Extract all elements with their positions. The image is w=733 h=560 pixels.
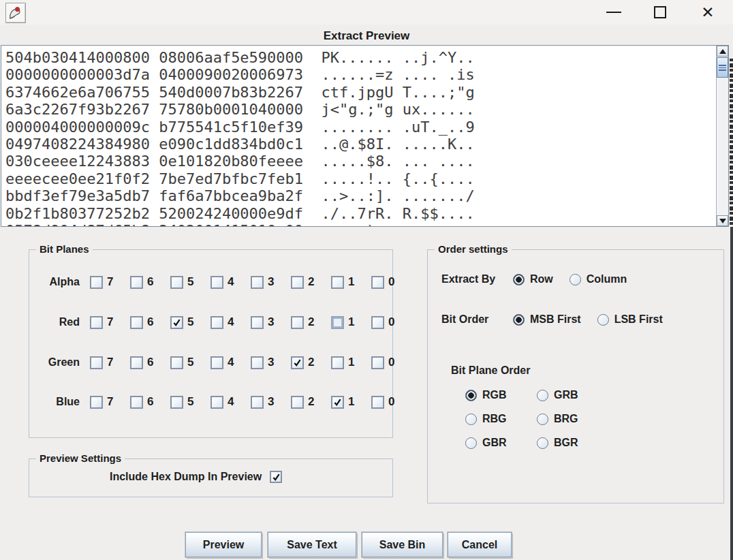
- checkbox-blue-4[interactable]: [210, 396, 223, 409]
- bit-cell: 7: [90, 275, 130, 289]
- bit-number-label: 6: [147, 275, 153, 289]
- bit-plane-order-radio[interactable]: [465, 437, 477, 449]
- bit-plane-order-option-rgb[interactable]: RGB: [465, 389, 537, 401]
- maximize-button[interactable]: [644, 0, 676, 25]
- checkbox-alpha-1[interactable]: [331, 276, 344, 289]
- hex-line: 0497408224384980 e090c1dd834bd0c1 ..@.$8…: [5, 136, 713, 153]
- checkbox-green-6[interactable]: [130, 356, 143, 369]
- save-text-button[interactable]: Save Text: [268, 532, 356, 557]
- checkbox-blue-5[interactable]: [170, 396, 183, 409]
- bit-plane-row-green: Green76543210: [42, 354, 411, 371]
- close-button[interactable]: ✕: [692, 0, 723, 25]
- bit-cell: 1: [331, 356, 371, 369]
- triangle-down-icon: [719, 219, 726, 223]
- include-hex-checkbox[interactable]: [270, 471, 282, 483]
- check-icon: [293, 358, 302, 367]
- bit-cell: 0: [371, 275, 411, 289]
- bit-plane-order-radio[interactable]: [537, 437, 548, 449]
- checkbox-blue-0[interactable]: [371, 396, 384, 409]
- hex-line: 6a3c2267f93b2267 75780b0001040000 j<"g.;…: [5, 101, 713, 118]
- checkbox-alpha-6[interactable]: [130, 276, 143, 289]
- bit-number-label: 0: [388, 356, 394, 369]
- checkbox-red-7[interactable]: [90, 316, 103, 329]
- checkbox-red-5[interactable]: [170, 316, 183, 329]
- bit-number-label: 5: [187, 315, 193, 329]
- preview-settings-title: Preview Settings: [36, 452, 125, 464]
- checkbox-green-0[interactable]: [371, 356, 384, 369]
- bit-plane-order-radio[interactable]: [465, 414, 477, 425]
- bit-cell: 1: [331, 395, 371, 409]
- bit-plane-order-option-rbg[interactable]: RBG: [465, 413, 537, 425]
- cancel-button[interactable]: Cancel: [448, 532, 512, 557]
- checkbox-alpha-4[interactable]: [210, 276, 223, 289]
- extract-by-option-row[interactable]: Row: [513, 273, 553, 285]
- checkbox-alpha-3[interactable]: [251, 276, 264, 289]
- vertical-scrollbar[interactable]: [716, 46, 728, 226]
- scroll-down-button[interactable]: [717, 215, 728, 226]
- checkbox-green-1[interactable]: [331, 356, 344, 369]
- bit-number-label: 3: [268, 356, 274, 369]
- checkbox-red-6[interactable]: [130, 316, 143, 329]
- bit-cell: 5: [170, 315, 210, 329]
- extract-by-radio[interactable]: [570, 274, 581, 285]
- checkbox-blue-2[interactable]: [291, 396, 304, 409]
- bit-plane-order-option-bgr[interactable]: BGR: [537, 437, 578, 449]
- bit-plane-order-radio[interactable]: [537, 390, 548, 401]
- bit-number-label: 2: [308, 395, 314, 409]
- include-hex-label: Include Hex Dump In Preview: [110, 471, 262, 483]
- checkbox-alpha-7[interactable]: [90, 276, 103, 289]
- bit-cell: 2: [291, 395, 331, 409]
- bit-number-label: 1: [348, 315, 354, 329]
- bit-cell: 7: [90, 315, 130, 329]
- hex-line: bbdf3ef79e3a5db7 faf6a7bbcea9ba2f ..>..:…: [5, 187, 713, 204]
- minimize-button[interactable]: [598, 0, 629, 25]
- checkbox-red-4[interactable]: [210, 316, 223, 329]
- checkbox-green-2[interactable]: [291, 356, 304, 369]
- bit-plane-order-radio[interactable]: [465, 390, 477, 401]
- bit-cell: 6: [130, 315, 170, 329]
- checkbox-blue-6[interactable]: [130, 396, 143, 409]
- preview-button[interactable]: Preview: [185, 532, 262, 557]
- hex-line: 6374662e6a706755 540d0007b83b2267 ctf.jp…: [5, 84, 713, 101]
- bit-plane-order-option-brg[interactable]: BRG: [537, 413, 578, 425]
- bit-cell: 0: [371, 356, 411, 369]
- scroll-up-button[interactable]: [717, 46, 728, 57]
- bit-plane-order-option-grb[interactable]: GRB: [537, 389, 578, 401]
- extract-by-row: Extract By RowColumn: [441, 273, 627, 285]
- checkbox-red-0[interactable]: [371, 316, 384, 329]
- bit-order-radio[interactable]: [513, 314, 525, 326]
- extract-by-option-column[interactable]: Column: [570, 273, 627, 285]
- checkbox-green-4[interactable]: [210, 356, 223, 369]
- checkbox-blue-1[interactable]: [331, 396, 344, 409]
- bit-order-option-lsb-first[interactable]: LSB First: [597, 313, 663, 326]
- bit-number-label: 6: [147, 395, 153, 409]
- checkbox-alpha-2[interactable]: [291, 276, 304, 289]
- checkbox-green-7[interactable]: [90, 356, 103, 369]
- checkbox-green-3[interactable]: [251, 356, 264, 369]
- bit-plane-order-radio[interactable]: [537, 414, 548, 425]
- checkbox-green-5[interactable]: [170, 356, 183, 369]
- scrollbar-thumb[interactable]: [717, 57, 728, 78]
- checkbox-blue-7[interactable]: [90, 396, 103, 409]
- save-bin-button[interactable]: Save Bin: [362, 532, 443, 557]
- bit-cell: 4: [210, 315, 251, 329]
- bit-order-option-msb-first[interactable]: MSB First: [513, 313, 581, 326]
- bit-number-label: 1: [348, 356, 354, 369]
- bit-number-label: 5: [187, 356, 193, 369]
- triangle-up-icon: [719, 49, 726, 54]
- bit-cell: 5: [170, 275, 210, 289]
- bit-order-label: Bit Order: [441, 313, 506, 326]
- hex-line: 0000000000003d7a 0400090020006973 ......…: [5, 66, 713, 83]
- extract-by-radio[interactable]: [513, 274, 525, 285]
- checkbox-red-2[interactable]: [291, 316, 304, 329]
- bit-plane-row-red: Red76543210: [42, 313, 411, 331]
- checkbox-alpha-0[interactable]: [371, 276, 384, 289]
- bit-order-radio[interactable]: [597, 314, 609, 326]
- bit-plane-order-option-label: BRG: [554, 413, 578, 425]
- bit-plane-order-option-gbr[interactable]: GBR: [465, 437, 537, 449]
- bit-number-label: 2: [308, 275, 314, 289]
- checkbox-red-3[interactable]: [251, 316, 264, 329]
- checkbox-alpha-5[interactable]: [170, 276, 183, 289]
- checkbox-red-1[interactable]: [331, 316, 344, 329]
- checkbox-blue-3[interactable]: [251, 396, 264, 409]
